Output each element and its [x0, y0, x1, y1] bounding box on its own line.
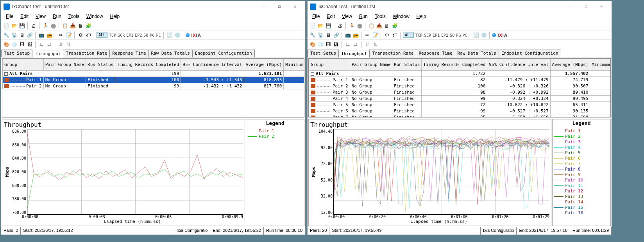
col-header[interactable]: Timing Records Completed [115, 59, 181, 71]
legend-item[interactable]: Pair 8 [554, 166, 609, 172]
menu-window[interactable]: Window [390, 13, 413, 20]
legend-item[interactable]: Pair 14 [554, 199, 609, 205]
legend-item[interactable]: Pair 10 [554, 177, 609, 183]
tool-icon[interactable]: 🖼 [26, 41, 33, 48]
tool-icon[interactable]: ⚙ [77, 32, 84, 39]
tool-icon[interactable]: ⇆ [38, 41, 45, 48]
filter-pg[interactable]: PG [455, 33, 462, 37]
close-button[interactable]: ✕ [594, 2, 609, 12]
tab-test-setup[interactable]: Test Setup [308, 50, 339, 57]
filter-ep2[interactable]: EP2 [134, 33, 143, 37]
col-header[interactable]: Pair Group Name [43, 59, 86, 71]
filter-ep2[interactable]: EP2 [440, 33, 449, 37]
table-row[interactable]: Pair 3No GroupFinished98-0.992 : +0.9928… [309, 89, 611, 96]
legend-item[interactable]: Pair 9 [554, 172, 609, 177]
tool-icon[interactable]: 💿 [174, 32, 181, 39]
tool-icon[interactable]: 🧊 [317, 41, 324, 48]
tool-icon[interactable]: 📡 [11, 32, 18, 39]
tab-raw-data-totals[interactable]: Raw Data Totals [148, 50, 193, 57]
filter-tcp[interactable]: TCP [108, 33, 117, 37]
legend-item[interactable]: Pair 1 [248, 128, 302, 133]
print-icon[interactable]: 🖨 [336, 22, 343, 29]
menu-run[interactable]: Run [50, 13, 64, 20]
filter-tcp[interactable]: TCP [415, 33, 423, 37]
filter-sq[interactable]: SQ [449, 33, 455, 37]
save-icon[interactable]: 💾 [18, 22, 25, 29]
legend-item[interactable]: Pair 3 [554, 139, 609, 144]
tab-raw-data-totals[interactable]: Raw Data Totals [455, 50, 499, 57]
menu-help[interactable]: Help [413, 13, 429, 20]
tool-icon[interactable]: 🏷 [85, 32, 92, 39]
filter-sq[interactable]: SQ [143, 33, 149, 37]
tool-icon[interactable]: 🔧 [309, 32, 316, 39]
tool-icon[interactable]: 🎨 [3, 41, 10, 48]
stop-icon[interactable]: ⬤ [356, 22, 363, 29]
col-header[interactable]: Average (Mbps) [244, 59, 284, 71]
col-header[interactable]: Group [3, 59, 44, 71]
col-header[interactable]: Pair Group Name [350, 59, 392, 71]
plot-area[interactable] [27, 129, 243, 215]
tab-endpoint-configuration[interactable]: Endpoint Configuration [499, 50, 561, 57]
tool-icon[interactable]: 🏷 [391, 32, 398, 39]
paste-icon[interactable]: 📥 [69, 22, 76, 29]
save-icon[interactable]: 💾 [325, 22, 332, 29]
maximize-button[interactable]: ☐ [578, 2, 594, 12]
legend-item[interactable]: Pair 2 [554, 133, 609, 139]
col-header[interactable]: Minimum (Mbps) [590, 59, 611, 71]
results-grid[interactable]: GroupPair Group NameRun StatusTiming Rec… [308, 58, 611, 117]
table-row[interactable]: Pair 6No GroupFinished99-0.527 : +0.5279… [309, 108, 611, 114]
tab-test-setup[interactable]: Test Setup [1, 50, 32, 57]
filter-scr[interactable]: SCR [423, 33, 432, 37]
props-icon[interactable]: 🧩 [391, 22, 398, 29]
menu-view[interactable]: View [32, 13, 49, 20]
table-row[interactable]: Pair 5No GroupFinished72-10.822 : +10.82… [309, 102, 611, 108]
tab-throughput[interactable]: Throughput [32, 50, 63, 57]
menu-tools[interactable]: Tools [372, 13, 389, 20]
open-icon[interactable]: 📂 [317, 22, 324, 29]
print-icon[interactable]: 🖨 [30, 22, 37, 29]
tool-icon[interactable]: ⇅ [372, 41, 379, 48]
tool-icon[interactable]: ⇄ [352, 41, 359, 48]
tool-icon[interactable]: ⇵ [364, 41, 371, 48]
tab-response-time[interactable]: Response Time [416, 50, 455, 57]
legend-item[interactable]: Pair 12 [554, 188, 609, 194]
legend-item[interactable]: Pair 2 [248, 133, 302, 139]
tool-icon[interactable]: ✏ [364, 32, 371, 39]
tool-icon[interactable]: ⇅ [65, 41, 72, 48]
tool-icon[interactable]: 💿 [480, 32, 487, 39]
tool-icon[interactable]: 🎞 [18, 41, 25, 48]
table-row[interactable]: Pair 1No GroupFinished100-1.543 : +1.543… [3, 77, 305, 83]
col-header[interactable]: 95% Confidence Interval [181, 59, 244, 71]
menu-view[interactable]: View [339, 13, 355, 20]
tool-icon[interactable]: 🎨 [309, 41, 316, 48]
tool-icon[interactable]: 📻 [352, 32, 359, 39]
filter-pc[interactable]: PC [155, 33, 161, 37]
legend-item[interactable]: Pair 4 [554, 144, 609, 150]
tool-icon[interactable]: ⇵ [57, 41, 64, 48]
filter-all-button[interactable]: ALL [403, 32, 414, 38]
copy-icon[interactable]: 📋 [368, 22, 375, 29]
col-header[interactable]: Run Status [392, 59, 422, 71]
stop-icon[interactable]: ⬤ [50, 22, 57, 29]
tab-throughput[interactable]: Throughput [338, 50, 370, 57]
col-header[interactable]: Average (Mbps) [550, 59, 590, 71]
filter-pg[interactable]: PG [149, 33, 155, 37]
table-row[interactable]: Pair 2No GroupFinished100-0.326 : +0.326… [309, 83, 611, 89]
tool-icon[interactable]: 📺 [38, 32, 45, 39]
col-header[interactable]: 95% Confidence Interval [487, 59, 550, 71]
maximize-button[interactable]: ☐ [272, 2, 287, 12]
menu-tools[interactable]: Tools [65, 13, 82, 20]
menu-edit[interactable]: Edit [17, 13, 32, 20]
legend-item[interactable]: Pair 5 [554, 150, 609, 155]
tool-icon[interactable]: 🖥 [18, 32, 25, 39]
tool-icon[interactable]: 🖼 [333, 41, 340, 48]
filter-all-button[interactable]: ALL [97, 32, 107, 38]
table-row[interactable]: Pair 2No GroupFinished99-1.432 : +1.4328… [3, 83, 305, 89]
tool-icon[interactable]: 🧊 [11, 41, 18, 48]
titlebar[interactable]: IxChariot Test - untitled1.tst — ☐ ✕ [1, 1, 305, 12]
table-row[interactable]: Pair 1No GroupFinished82-11.479 : +11.47… [309, 77, 611, 83]
tool-icon[interactable]: 🔧 [3, 32, 10, 39]
tool-icon[interactable]: 🔄 [472, 32, 479, 39]
props-icon[interactable]: 🧩 [85, 22, 92, 29]
filter-ep1[interactable]: EP1 [125, 33, 134, 37]
